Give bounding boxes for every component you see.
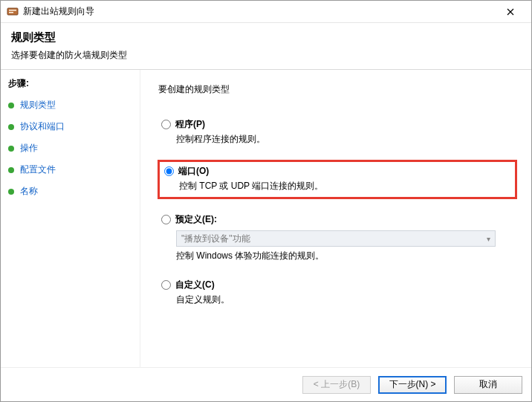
- option-custom-desc: 自定义规则。: [176, 294, 513, 306]
- option-predefined: 预定义(E): "播放到设备"功能 ▾ 控制 Windows 体验功能连接的规则…: [158, 212, 516, 264]
- page-title: 规则类型: [11, 30, 521, 45]
- step-name[interactable]: 名称: [7, 182, 132, 201]
- window-title: 新建出站规则向导: [23, 5, 496, 18]
- header: 规则类型 选择要创建的防火墙规则类型: [1, 23, 531, 66]
- step-bullet-icon: [8, 103, 14, 108]
- option-program-label: 程序(P): [175, 118, 205, 131]
- chevron-down-icon: ▾: [487, 235, 490, 243]
- step-bullet-icon: [8, 146, 14, 152]
- app-icon: [7, 6, 19, 18]
- page-subtitle: 选择要创建的防火墙规则类型: [11, 49, 521, 62]
- step-label: 规则类型: [20, 99, 56, 111]
- radio-custom[interactable]: [161, 280, 171, 290]
- option-program: 程序(P) 控制程序连接的规则。: [158, 117, 516, 147]
- step-label: 协议和端口: [20, 120, 65, 133]
- step-protocol-port[interactable]: 协议和端口: [7, 117, 132, 136]
- cancel-button[interactable]: 取消: [454, 376, 522, 394]
- step-action[interactable]: 操作: [7, 139, 132, 158]
- option-port-desc: 控制 TCP 或 UDP 端口连接的规则。: [179, 180, 510, 192]
- option-predefined-label: 预定义(E):: [175, 213, 217, 226]
- predefined-combo[interactable]: "播放到设备"功能 ▾: [176, 230, 496, 247]
- radio-port[interactable]: [164, 166, 174, 176]
- option-port-label: 端口(O): [178, 165, 209, 178]
- content-panel: 要创建的规则类型 程序(P) 控制程序连接的规则。 端口(O) 控制 TCP 或…: [140, 70, 531, 367]
- steps-sidebar: 步骤: 规则类型 协议和端口 操作 配置文件 名称: [1, 70, 140, 367]
- step-label: 操作: [20, 142, 38, 155]
- option-custom-label: 自定义(C): [175, 279, 215, 291]
- close-button[interactable]: [496, 1, 525, 22]
- radio-program[interactable]: [161, 120, 171, 129]
- wizard-window: 新建出站规则向导 规则类型 选择要创建的防火墙规则类型 步骤: 规则类型 协议和…: [0, 0, 532, 402]
- option-custom: 自定义(C) 自定义规则。: [158, 277, 516, 308]
- combo-value: "播放到设备"功能: [181, 233, 250, 245]
- back-button[interactable]: < 上一步(B): [302, 376, 371, 394]
- svg-rect-2: [9, 12, 13, 13]
- option-predefined-desc: 控制 Windows 体验功能连接的规则。: [176, 250, 513, 262]
- option-port: 端口(O) 控制 TCP 或 UDP 端口连接的规则。: [158, 161, 516, 198]
- step-bullet-icon: [8, 167, 14, 173]
- steps-heading: 步骤:: [8, 77, 132, 90]
- step-rule-type[interactable]: 规则类型: [7, 96, 132, 114]
- step-label: 配置文件: [20, 163, 56, 176]
- option-program-desc: 控制程序连接的规则。: [176, 133, 513, 146]
- svg-rect-0: [7, 8, 18, 15]
- svg-rect-1: [9, 10, 16, 11]
- step-bullet-icon: [8, 189, 14, 195]
- button-bar: < 上一步(B) 下一步(N) > 取消: [1, 367, 531, 401]
- titlebar: 新建出站规则向导: [1, 1, 531, 23]
- radio-predefined[interactable]: [161, 215, 171, 224]
- next-button[interactable]: 下一步(N) >: [378, 376, 447, 394]
- step-bullet-icon: [8, 124, 14, 130]
- step-profile[interactable]: 配置文件: [7, 161, 132, 179]
- step-label: 名称: [20, 185, 38, 198]
- content-prompt: 要创建的规则类型: [158, 83, 516, 96]
